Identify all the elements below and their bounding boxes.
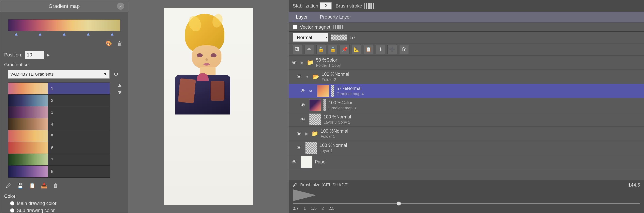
gradient-num-6: 6 [48,145,56,150]
opacity-value: 57 [350,35,356,40]
gradient-list-item[interactable]: 8 [8,166,110,178]
gradient-list-item[interactable]: 6 [8,142,110,154]
brush-stroke-group: Brush stroke [336,3,374,9]
layer-visibility-icon[interactable]: 👁 [297,145,303,150]
vm-bar-5 [342,25,344,30]
layer-visibility-icon[interactable]: 👁 [297,131,303,136]
scale-value-2: 1 [304,206,306,211]
gradient-num-7: 7 [48,157,56,162]
gradient-list-item[interactable]: 5 [8,130,110,142]
tab-layer-property[interactable]: Property Layer [317,13,354,21]
layer-tool-2[interactable]: ✏ [304,44,314,54]
delete-layer-icon[interactable]: 🗑 [399,44,409,54]
position-next-arrow[interactable]: ▶ [47,52,50,57]
ruler-icon[interactable]: 📐 [352,44,361,54]
vm-bar-2 [335,25,336,30]
color-section-label: Color: [4,194,17,199]
gradient-list-item[interactable]: 2 [8,94,110,106]
folder-expand-icon[interactable]: ▼ [305,74,309,79]
add-gradient-icon[interactable]: 🖊 [4,181,13,190]
brush-size-slider[interactable] [293,203,640,204]
folder-expand-icon[interactable]: ▶ [300,60,304,65]
layer-item[interactable]: 👁 ▶ 📁 100 %Normal Folder 1 [289,126,644,141]
gradient-list-item[interactable]: 3 [8,106,110,118]
gradient-preview[interactable] [8,19,120,31]
position-input[interactable] [25,51,44,59]
layer-item[interactable]: 👁 ✏ 57 %Normal Gradient map 4 [289,84,644,98]
layer-visibility-icon[interactable]: 👁 [297,74,303,80]
folder-expand-icon[interactable]: ▶ [305,131,308,136]
layer-name: Paper [315,159,641,165]
stroke-indicator [364,3,374,9]
tab-layer[interactable]: Layer [293,13,311,21]
list-up-button[interactable]: ▲ [117,82,122,88]
lock-icon[interactable]: 🔒 [316,44,326,54]
gradient-set-label: Gradient set [0,60,128,69]
vm-bar-4 [340,25,341,30]
lock-alpha-icon[interactable]: 🔒 [328,44,338,54]
layer-item[interactable]: 👁 ▶ 📁 50 %Color Folder 1 Copy [289,56,644,70]
layer-meta: Gradient map 3 [328,106,641,110]
layer-visibility-icon[interactable]: 👁 [300,102,307,108]
gradient-list-item[interactable]: 4 [8,118,110,130]
scale-value-5: 2.5 [328,206,335,211]
canvas-area[interactable] [128,0,289,213]
gradient-num-2: 2 [48,98,56,103]
list-down-button[interactable]: ▼ [117,90,122,96]
delete-gradient-icon[interactable]: 🗑 [52,181,60,190]
close-button[interactable]: × [117,2,124,10]
gradient-set-dropdown[interactable]: VAMPBYTE Gradients ▼ [8,70,110,78]
layer-meta: Folder 1 Copy [316,63,641,68]
layer-item[interactable]: 👁 Paper [289,155,644,169]
layer-item[interactable]: 👁 100 %Normal Layer 1 [289,141,644,155]
stop-marker-4[interactable] [87,33,90,36]
layer-visibility-icon[interactable]: 👁 [300,117,307,122]
main-drawing-color-radio[interactable] [10,201,14,206]
gradient-list-item[interactable]: 1 [8,83,110,94]
reference-icon[interactable]: 📌 [340,44,350,54]
gradient-tool-icon[interactable]: 🎨 [104,39,113,48]
layer-info: Paper [315,159,641,165]
vector-magnet-checkbox[interactable] [293,25,298,30]
stop-marker-5[interactable] [111,33,114,36]
stabilization-input[interactable] [320,2,332,10]
save-gradient-icon[interactable]: 💾 [16,181,25,190]
gradient-swatch-3 [8,106,48,118]
sub-drawing-color-radio[interactable] [10,208,14,212]
layer-visibility-icon[interactable]: 👁 [300,88,307,94]
brush-panel: 🖌 Brush size [CEL SHADE] 144.5 0.7 1 1.5… [289,180,644,213]
main-drawing-color-label: Main drawing color [17,200,56,206]
import-gradient-icon[interactable]: 📥 [40,181,48,190]
gradient-list-item[interactable]: 7 [8,154,110,166]
gradient-tools-row: 🎨 🗑 [0,38,128,49]
layer-info: 100 %Color Gradient map 3 [328,100,641,110]
stroke-bar-2 [366,3,367,9]
delete-icon[interactable]: 🗑 [116,39,124,48]
layer-mask-thumbnail [331,85,334,97]
active-pen-icon: ✏ [309,89,315,93]
copy-layer-icon[interactable]: 📋 [364,44,373,54]
gear-button[interactable]: ⚙ [112,70,120,78]
layer-info: 100 %Normal Folder 2 [322,72,641,82]
stop-marker-2[interactable] [39,33,42,36]
layer-list: 👁 ▶ 📁 50 %Color Folder 1 Copy 👁 ▼ 📂 100 … [289,56,644,180]
canvas-content [164,8,253,205]
layer-tool-1[interactable]: 🖼 [293,44,302,54]
stop-marker-3[interactable] [63,33,66,36]
layer-item[interactable]: 👁 100 %Normal Layer 3 Copy 2 [289,112,644,126]
copy-gradient-icon[interactable]: 📋 [28,181,36,190]
merge-icon[interactable]: ⬇ [376,44,385,54]
stop-marker-1[interactable] [15,33,18,36]
layer-visibility-icon[interactable]: 👁 [292,159,298,165]
gradient-num-8: 8 [48,169,56,174]
gradient-num-5: 5 [48,134,56,138]
add-layer-icon[interactable]: ➕ [388,44,397,54]
layer-visibility-icon[interactable]: 👁 [292,60,298,65]
gradient-map-dialog: Gradient map × OK Cancel 🎨 🗑 Position: ▶… [0,0,128,213]
layer-item[interactable]: 👁 ▼ 📂 100 %Normal Folder 2 [289,70,644,84]
blend-mode-select[interactable]: Normal [293,33,328,42]
brush-label: Brush size [CEL SHADE] [300,182,348,188]
layer-item[interactable]: 👁 100 %Color Gradient map 3 [289,98,644,112]
layer-meta: Folder 2 [322,78,641,82]
vector-magnet-row: Vector magnet [289,23,644,32]
